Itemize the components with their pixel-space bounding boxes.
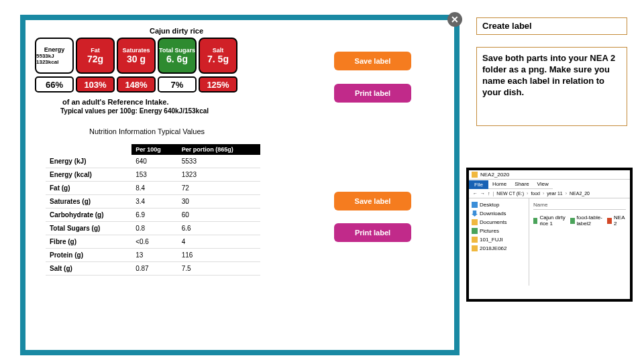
nav-item[interactable]: Documents	[472, 218, 526, 227]
table-row: Protein (g)13116	[46, 249, 260, 262]
table-row: Energy (kcal)1531323	[46, 168, 260, 182]
table-row: Energy (kJ)6405533	[46, 155, 260, 168]
nav-item[interactable]: Desktop	[472, 200, 526, 209]
tl-label: Energy	[44, 47, 65, 53]
ribbon: Home Share View	[488, 180, 553, 189]
ribbon-home[interactable]: Home	[492, 181, 506, 187]
breadcrumb[interactable]: ← → ↑ | NEW CT (E:)› food› year 11› NEA2…	[469, 189, 630, 198]
green-icon	[472, 228, 478, 234]
pct-saturates: 148%	[117, 76, 156, 93]
table-row: Carbohydrate (g)6.960	[46, 208, 260, 222]
ribbon-view[interactable]: View	[537, 181, 549, 187]
nav-item[interactable]: 101_FUJI	[472, 235, 526, 244]
nav-pane: DesktopDownloadsDocumentsPictures101_FUJ…	[469, 198, 529, 286]
pct-energy: 66%	[35, 76, 74, 93]
nutrition-table-title: Nutrition Information Typical Values	[89, 127, 205, 135]
print-label-button-2[interactable]: Print label	[334, 223, 411, 242]
reference-intake-text: of an adult's Reference Intake.	[62, 98, 169, 106]
explorer-title: NEA2_2020	[480, 172, 509, 178]
traffic-light-row: Energy 5533kJ 1323kcal Fat 72g Saturates…	[35, 38, 237, 74]
instruction-body-box: Save both parts into your NEA 2 folder a…	[476, 47, 627, 126]
crumb-seg[interactable]: food	[531, 191, 540, 196]
table-row: Total Sugars (g)0.86.6	[46, 222, 260, 235]
file-item[interactable]: Cajun dirty rice 1	[533, 213, 568, 228]
png-icon	[570, 218, 574, 224]
ppt-icon	[607, 218, 612, 224]
traffic-light-fat: Fat 72g	[76, 38, 115, 74]
png-icon	[533, 218, 537, 224]
dish-title: Cajun dirty rice	[150, 27, 203, 35]
percentage-row: 66% 103% 148% 7% 125%	[35, 76, 237, 93]
traffic-light-energy: Energy 5533kJ 1323kcal	[35, 38, 74, 74]
close-icon[interactable]: ✕	[447, 12, 462, 27]
blue-icon	[472, 202, 478, 208]
table-row: Salt (g)0.877.5	[46, 262, 260, 276]
tl-label: Salt	[213, 48, 224, 54]
fwd-icon[interactable]: →	[480, 191, 485, 196]
crumb-seg[interactable]: year 11	[547, 191, 562, 196]
traffic-light-sugars: Total Sugars 6. 6g	[158, 38, 197, 74]
th-blank	[46, 144, 131, 155]
pct-sugars: 7%	[158, 76, 197, 93]
folder-icon	[472, 219, 478, 225]
th-per100: Per 100g	[131, 144, 178, 155]
tl-value: 72g	[87, 54, 103, 64]
th-perportion: Per portion (865g)	[178, 144, 260, 155]
file-explorer: NEA2_2020 File Home Share View ← → ↑ | N…	[466, 168, 633, 302]
file-item[interactable]: NEA 2	[607, 213, 626, 228]
file-tab[interactable]: File	[469, 180, 488, 189]
tl-value: 7. 5g	[207, 54, 229, 64]
table-row: Saturates (g)3.430	[46, 195, 260, 208]
file-item[interactable]: food-table-label2	[570, 213, 605, 228]
up-icon[interactable]: ↑	[488, 191, 490, 196]
tl-value: 5533kJ 1323kcal	[36, 53, 72, 65]
back-icon[interactable]: ←	[473, 191, 478, 196]
folder-icon	[472, 172, 478, 178]
print-label-button[interactable]: Print label	[334, 84, 411, 103]
table-row: Fibre (g)<0.64	[46, 235, 260, 249]
nutrition-table: Per 100g Per portion (865g) Energy (kJ)6…	[46, 144, 260, 276]
list-header-name[interactable]: Name	[533, 200, 626, 210]
nutrition-app-panel: ✕ Cajun dirty rice Energy 5533kJ 1323kca…	[20, 15, 460, 355]
nav-item[interactable]: 2018JE062	[472, 244, 526, 253]
pct-fat: 103%	[76, 76, 115, 93]
explorer-titlebar: NEA2_2020	[469, 170, 630, 180]
tl-value: 6. 6g	[166, 54, 188, 64]
crumb-seg[interactable]: NEW CT (E:)	[496, 191, 524, 196]
tl-label: Saturates	[122, 48, 150, 54]
nav-item[interactable]: Downloads	[472, 209, 526, 218]
crumb-seg[interactable]: NEA2_20	[570, 191, 590, 196]
down-icon	[472, 210, 478, 217]
ribbon-share[interactable]: Share	[515, 181, 529, 187]
table-row: Fat (g)8.472	[46, 182, 260, 195]
nav-item[interactable]: Pictures	[472, 227, 526, 235]
instruction-title-box: Create label	[476, 17, 627, 35]
traffic-light-saturates: Saturates 30 g	[117, 38, 156, 74]
file-list: Name Cajun dirty rice 1food-table-label2…	[529, 198, 630, 286]
folder-icon	[472, 245, 478, 251]
save-label-button-2[interactable]: Save label	[334, 192, 411, 210]
tl-label: Total Sugars	[159, 48, 195, 54]
pct-salt: 125%	[199, 76, 237, 93]
folder-icon	[472, 237, 478, 243]
tl-label: Fat	[91, 48, 100, 54]
traffic-light-salt: Salt 7. 5g	[199, 38, 237, 74]
save-label-button[interactable]: Save label	[334, 52, 411, 70]
tl-value: 30 g	[127, 54, 146, 64]
typical-values-text: Typical values per 100g: Energy 640kJ/15…	[60, 107, 209, 115]
